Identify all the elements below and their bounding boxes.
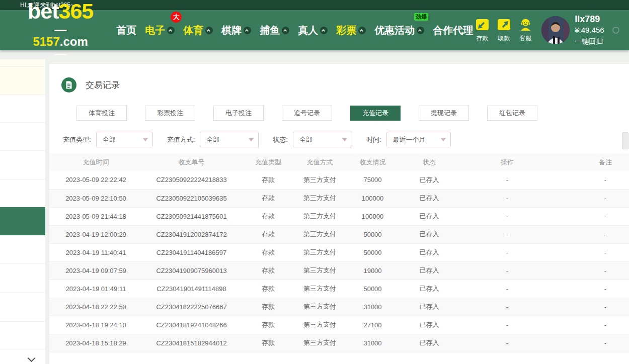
table-cell: 已存入 [402, 171, 457, 189]
table-cell: - [558, 298, 629, 316]
table-cell: 31000 [344, 334, 402, 352]
table-cell: 2023-04-19 01:49:11 [49, 280, 142, 298]
deposit-method-select[interactable]: 全部 [200, 132, 259, 147]
table-cell: 存款 [241, 207, 296, 225]
scrollbar-thumb[interactable] [622, 132, 628, 149]
filter-label-deposit-method: 充值方式: [167, 135, 195, 144]
table-cell: - [558, 334, 629, 352]
logo-line1: bet365 [28, 1, 93, 22]
nav-item-live[interactable]: 真人 [298, 24, 328, 37]
filter-bar: 充值类型:全部充值方式:全部状态:全部时间:最近一个月 [63, 132, 629, 147]
table-cell: 已存入 [402, 207, 457, 225]
table-cell: 已存入 [402, 261, 457, 280]
table-row: 2023-04-19 11:40:41CZ23041911404186597存款… [49, 243, 629, 261]
site-logo[interactable]: bet365 — 5157.com — [28, 1, 93, 60]
table-row: 2023-04-18 19:24:10CZ23041819241048266存款… [49, 316, 629, 334]
table-cell: 100000 [344, 207, 402, 225]
nav-item-promotions[interactable]: 优惠活动劲爆 [374, 24, 424, 37]
nav-item-fishing[interactable]: 捕鱼 [260, 24, 289, 37]
sidebar-item[interactable] [0, 235, 45, 264]
table-cell: 已存入 [402, 243, 457, 261]
sidebar-item[interactable] [0, 59, 45, 67]
sidebar-item[interactable] [0, 349, 45, 364]
one-key-return-button[interactable]: 一键回归 [575, 36, 629, 47]
sidebar-item[interactable] [0, 179, 45, 207]
tab-chase-records[interactable]: 追号记录 [282, 106, 332, 121]
table-cell: - [558, 189, 629, 207]
dropdown-caret-icon [342, 138, 347, 141]
nav-item-sports[interactable]: 体育 [183, 24, 213, 37]
table-cell: - [457, 225, 558, 243]
tab-deposit-records[interactable]: 充值记录 [350, 106, 401, 121]
sidebar-item[interactable] [0, 67, 45, 95]
sidebar-item[interactable] [0, 322, 45, 349]
table-cell: CZ23041911404186597 [142, 243, 241, 261]
service-button[interactable]: 客服 [516, 18, 534, 43]
table-cell: 存款 [241, 280, 296, 298]
page-title-row: 交易记录 [49, 64, 629, 93]
avatar[interactable] [541, 16, 570, 44]
column-header: 充值时间 [49, 153, 142, 171]
table-row: 2023-05-09 21:44:18CZ23050921441875601存款… [49, 207, 629, 225]
table-cell: 存款 [241, 334, 296, 352]
sidebar-item[interactable] [0, 123, 45, 151]
selected-value: 最近一个月 [393, 136, 426, 143]
nav-item-home[interactable]: 首页 [116, 24, 136, 37]
table-cell: 存款 [241, 225, 296, 243]
user-info: llx789 ¥:49.456 一键回归 [575, 14, 629, 47]
chevron-up-icon [167, 27, 175, 34]
page: HI,欢迎来到bet365~ bet365 — 5157.com — 首页电子大… [0, 0, 629, 364]
table-row: 2023-04-19 12:00:29CZ23041912002874172存款… [49, 225, 629, 243]
table-cell: 存款 [241, 243, 296, 261]
table-cell: 2023-05-09 22:22:42 [49, 171, 142, 189]
status-select[interactable]: 全部 [293, 132, 352, 147]
table-cell: 2023-04-19 09:07:59 [49, 261, 142, 280]
deposit-button[interactable]: 存款 [473, 18, 491, 43]
table-cell: CZ23041901491114898 [142, 280, 241, 298]
table-cell: 2023-04-19 12:00:29 [49, 225, 142, 243]
sidebar-item[interactable] [0, 151, 45, 179]
tab-withdraw-records[interactable]: 提现记录 [419, 106, 469, 121]
tab-egame-bets[interactable]: 电子投注 [213, 106, 264, 121]
deposit-type-select[interactable]: 全部 [96, 132, 153, 147]
table-cell: - [558, 316, 629, 334]
tab-lottery-bets[interactable]: 彩票投注 [145, 106, 195, 121]
tab-redpacket-records[interactable]: 红包记录 [487, 106, 537, 121]
table-cell: 2023-04-18 22:22:50 [49, 298, 142, 316]
main-nav: 首页电子大体育棋牌捕鱼真人彩票优惠活动劲爆合作代理 [116, 24, 473, 37]
chevron-up-icon [320, 27, 328, 34]
tab-sports-bets[interactable]: 体育投注 [76, 106, 127, 121]
logo-line2: — 5157.com — [28, 24, 93, 60]
sidebar-item[interactable] [0, 293, 45, 322]
dropdown-caret-icon [143, 138, 148, 141]
filter-time: 时间:最近一个月 [366, 132, 451, 147]
balance-amount: ¥:49.456 [575, 25, 604, 36]
nav-item-label: 电子 [145, 24, 165, 37]
filter-deposit-method: 充值方式:全部 [167, 132, 259, 147]
table-cell: 第三方支付 [296, 189, 344, 207]
table-cell: - [558, 261, 629, 280]
nav-item-agent[interactable]: 合作代理 [433, 24, 473, 37]
column-header: 收支单号 [142, 153, 241, 171]
refresh-balance-icon[interactable] [612, 27, 619, 34]
table-cell: 第三方支付 [296, 171, 344, 189]
table-header-row: 充值时间收支单号充值类型充值方式收支情况状态操作备注 [49, 153, 629, 171]
nav-item-egames[interactable]: 电子大 [145, 24, 175, 37]
sidebar-item[interactable] [0, 95, 45, 123]
table-cell: 第三方支付 [296, 225, 344, 243]
table-cell: CZ23041815182944012 [142, 334, 241, 352]
sidebar-item-active[interactable] [0, 207, 45, 235]
table-cell: 存款 [241, 298, 296, 316]
withdraw-button[interactable]: 取款 [495, 18, 513, 43]
selected-value: 全部 [206, 136, 219, 143]
filter-status: 状态:全部 [273, 132, 352, 147]
filter-deposit-type: 充值类型:全部 [63, 132, 153, 147]
time-select[interactable]: 最近一个月 [386, 132, 451, 147]
nav-item-lottery[interactable]: 彩票 [336, 24, 366, 37]
username[interactable]: llx789 [575, 14, 629, 25]
nav-item-chess[interactable]: 棋牌 [221, 24, 251, 37]
sidebar-item[interactable] [0, 264, 45, 293]
table-cell: 存款 [241, 316, 296, 334]
table-cell: 50000 [344, 280, 402, 298]
nav-item-label: 真人 [298, 24, 318, 37]
